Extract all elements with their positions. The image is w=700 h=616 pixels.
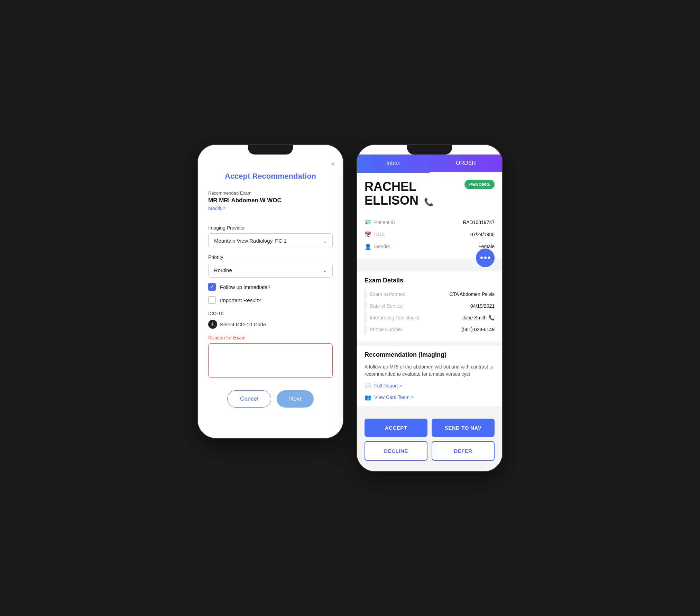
follow-up-label: Follow up immediate? (220, 284, 270, 290)
imaging-provider-dropdown[interactable]: Mountain View Radiology, PC 1 ⌄ (208, 233, 333, 248)
full-report-text: Full Report > (374, 383, 402, 389)
phone-number-label: Phone Number (370, 327, 402, 332)
radiologist-label: Interpreting Radiologist (370, 315, 420, 320)
left-phone: × Accept Recommendation Recommended Exam… (198, 145, 343, 438)
radiologist-phone-icon[interactable]: 📞 (489, 315, 495, 320)
fab-more-button[interactable] (476, 249, 495, 267)
modify-link[interactable]: Modify? (208, 206, 225, 211)
date-service-label: Date of Service (370, 303, 403, 309)
gender-row: 👤 Gender Female (365, 241, 495, 253)
follow-up-checkbox[interactable]: ✓ (208, 283, 216, 291)
action-buttons: ACCEPT SEND TO NAV DECLINE DEFER (357, 413, 502, 464)
tab-inbox[interactable]: Inbox (357, 155, 430, 173)
close-button[interactable]: × (331, 160, 335, 168)
dob-value: 07/24/1980 (470, 232, 495, 237)
pending-badge: PENDING (464, 180, 495, 189)
date-service-row: Date of Service 04/19/2021 (365, 301, 495, 311)
order-body: RACHEL ELLISON 📞 PENDING 🪪 Patie (357, 173, 502, 471)
date-service-value: 04/19/2021 (470, 303, 495, 309)
patient-header: RACHEL ELLISON 📞 PENDING (357, 173, 502, 213)
patient-name-line2: ELLISON (365, 193, 418, 207)
patient-id-value: RAD10819747 (463, 220, 495, 225)
icd-plus-icon: + (208, 320, 217, 329)
fab-dots-icon (480, 256, 490, 259)
cancel-button[interactable]: Cancel (227, 390, 271, 408)
exam-details-section: Exam Details Exam performed CTA Abdomen … (357, 271, 502, 342)
reason-label: Reason for Exam (208, 335, 333, 340)
care-team-icon: 👥 (365, 394, 371, 401)
patient-phone-icon[interactable]: 📞 (424, 198, 433, 206)
view-care-team-text: View Care Team > (374, 394, 414, 400)
exam-performed-value: CTA Abdomen Pelvis (450, 291, 495, 297)
radiologist-row: Interpreting Radiologist Jane Smith 📞 (365, 312, 495, 323)
priority-value: Routine (214, 267, 232, 273)
imaging-provider-label: Imaging Provider (208, 225, 333, 231)
recommended-exam-value: MR MRI Abdomen W WOC (208, 197, 333, 204)
order-screen: Inbox ORDER RACHEL ELLISON 📞 (357, 155, 502, 471)
recommendation-text: A follow-up MRI of the abdomen without a… (365, 363, 495, 378)
dob-icon: 📅 (365, 231, 371, 238)
icd-label: ICD-10 (208, 311, 333, 316)
phone-number-value: (561) 023-6149 (461, 327, 495, 332)
recommended-exam-label: Recommended Exam (208, 190, 333, 196)
recommendation-title: Recommendation (Imaging) (365, 351, 495, 358)
exam-details-title: Exam Details (365, 277, 495, 284)
phone-notch-right (407, 145, 452, 155)
reason-textarea[interactable] (208, 343, 333, 378)
full-report-link[interactable]: 📄 Full Report > (365, 383, 495, 389)
view-care-team-link[interactable]: 👥 View Care Team > (365, 394, 495, 401)
radiologist-value: Jane Smith 📞 (462, 315, 495, 320)
patient-name: RACHEL ELLISON 📞 (365, 180, 433, 207)
phone-number-row: Phone Number (561) 023-6149 (365, 324, 495, 335)
tab-inbox-label: Inbox (386, 160, 400, 166)
id-icon: 🪪 (365, 219, 371, 226)
priority-dropdown[interactable]: Routine ⌄ (208, 263, 333, 278)
gender-icon: 👤 (365, 243, 371, 250)
icd-add-button[interactable]: + Select ICD-10 Code (208, 320, 333, 329)
right-phone: Inbox ORDER RACHEL ELLISON 📞 (357, 145, 502, 471)
follow-up-row[interactable]: ✓ Follow up immediate? (208, 283, 333, 291)
dropdown-arrow-icon: ⌄ (323, 238, 327, 244)
exam-performed-label: Exam performed (370, 291, 405, 297)
important-result-label: Important Result? (220, 297, 261, 303)
important-result-checkbox[interactable] (208, 296, 216, 304)
important-result-row[interactable]: Important Result? (208, 296, 333, 304)
defer-button[interactable]: DEFER (432, 441, 495, 461)
checkmark-icon: ✓ (210, 284, 214, 290)
recommendation-section: Recommendation (Imaging) A follow-up MRI… (357, 346, 502, 406)
priority-dropdown-arrow-icon: ⌄ (323, 268, 327, 273)
send-to-nav-button[interactable]: SEND TO NAV (432, 419, 495, 437)
phone-notch-left (248, 145, 293, 155)
decline-button[interactable]: DECLINE (365, 441, 427, 461)
full-report-icon: 📄 (365, 383, 371, 389)
patient-name-line1: RACHEL (365, 179, 416, 194)
imaging-provider-value: Mountain View Radiology, PC 1 (214, 238, 287, 244)
priority-label: Priority (208, 254, 333, 260)
accept-title: Accept Recommendation (208, 172, 333, 181)
tab-order[interactable]: ORDER (430, 155, 502, 173)
next-button[interactable]: Next (277, 390, 314, 408)
icd-add-text: Select ICD-10 Code (220, 321, 266, 327)
tab-order-label: ORDER (456, 160, 476, 166)
dob-row: 📅 DOB 07/24/1980 (365, 228, 495, 241)
gender-label: Gender (374, 244, 390, 249)
dob-label: DOB (374, 232, 385, 237)
exam-performed-row: Exam performed CTA Abdomen Pelvis (365, 289, 495, 299)
accept-screen: × Accept Recommendation Recommended Exam… (198, 155, 343, 438)
patient-id-row: 🪪 Patient ID RAD10819747 (365, 216, 495, 228)
patient-id-label: Patient ID (374, 220, 395, 225)
accept-button[interactable]: ACCEPT (365, 419, 427, 437)
tab-bar: Inbox ORDER (357, 155, 502, 173)
